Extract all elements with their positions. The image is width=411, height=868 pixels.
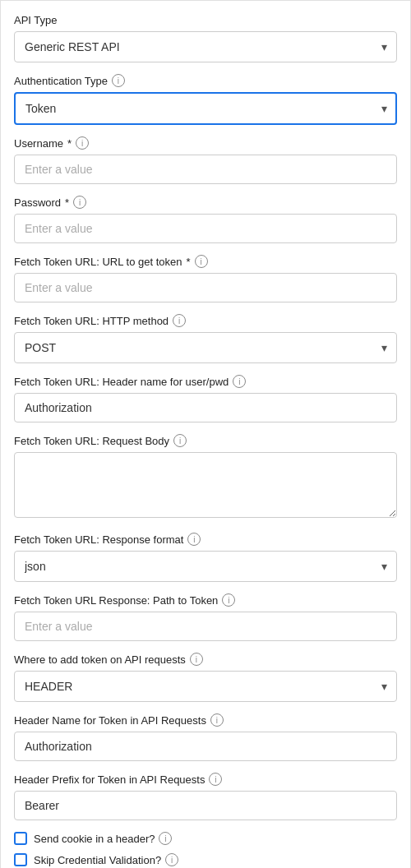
fetch-token-request-body-info-icon[interactable]: i <box>173 434 187 447</box>
fetch-token-response-format-label: Fetch Token URL: Response format i <box>14 533 397 546</box>
password-label: Password * i <box>14 196 397 209</box>
fetch-token-response-format-group: Fetch Token URL: Response format i json … <box>14 533 397 582</box>
fetch-token-header-name-label: Fetch Token URL: Header name for user/pw… <box>14 375 397 388</box>
fetch-token-request-body-group: Fetch Token URL: Request Body i <box>14 434 397 521</box>
username-required: * <box>67 137 72 150</box>
auth-type-select[interactable]: Token <box>14 92 397 125</box>
where-to-add-token-group: Where to add token on API requests i HEA… <box>14 653 397 702</box>
skip-credential-checkbox[interactable] <box>14 853 27 866</box>
send-cookie-row: Send cookie in a header? i <box>14 832 397 845</box>
password-group: Password * i <box>14 196 397 243</box>
header-name-for-token-info-icon[interactable]: i <box>210 713 224 727</box>
where-to-add-token-select[interactable]: HEADER <box>14 671 397 702</box>
api-type-group: API Type Generic REST API ▾ <box>14 14 397 62</box>
fetch-token-response-format-info-icon[interactable]: i <box>187 533 201 546</box>
username-label: Username * i <box>14 136 397 150</box>
fetch-token-header-name-info-icon[interactable]: i <box>233 375 246 388</box>
fetch-token-http-method-select-wrapper: POST ▾ <box>14 332 397 363</box>
fetch-token-response-format-select-wrapper: json ▾ <box>14 551 397 582</box>
fetch-token-http-method-info-icon[interactable]: i <box>173 314 186 327</box>
api-type-select-wrapper: Generic REST API ▾ <box>14 31 397 62</box>
fetch-token-response-path-group: Fetch Token URL Response: Path to Token … <box>14 593 397 641</box>
fetch-token-request-body-label: Fetch Token URL: Request Body i <box>14 434 397 447</box>
where-to-add-token-select-wrapper: HEADER ▾ <box>14 671 397 702</box>
skip-credential-info-icon[interactable]: i <box>165 853 178 866</box>
username-group: Username * i <box>14 136 397 184</box>
fetch-token-response-path-input[interactable] <box>14 612 397 641</box>
send-cookie-checkbox[interactable] <box>14 832 27 845</box>
password-input[interactable] <box>14 214 397 243</box>
where-to-add-token-info-icon[interactable]: i <box>190 653 203 666</box>
auth-type-group: Authentication Type i Token ▾ <box>14 74 397 125</box>
username-info-icon[interactable]: i <box>76 136 89 150</box>
api-type-select[interactable]: Generic REST API <box>14 31 397 62</box>
fetch-token-url-label: Fetch Token URL: URL to get token * i <box>14 255 397 268</box>
header-name-for-token-label: Header Name for Token in API Requests i <box>14 713 397 727</box>
fetch-token-url-required: * <box>187 256 191 268</box>
send-cookie-info-icon[interactable]: i <box>159 832 172 845</box>
skip-credential-label: Skip Credential Validation? i <box>34 853 178 866</box>
form-container: API Type Generic REST API ▾ Authenticati… <box>0 0 411 868</box>
fetch-token-response-format-select[interactable]: json <box>14 551 397 582</box>
header-prefix-for-token-label: Header Prefix for Token in API Requests … <box>14 773 397 786</box>
fetch-token-response-path-info-icon[interactable]: i <box>222 593 235 607</box>
auth-type-label: Authentication Type i <box>14 74 397 87</box>
fetch-token-header-name-input[interactable] <box>14 393 397 422</box>
fetch-token-http-method-label: Fetch Token URL: HTTP method i <box>14 314 397 327</box>
header-prefix-for-token-group: Header Prefix for Token in API Requests … <box>14 773 397 820</box>
fetch-token-http-method-select[interactable]: POST <box>14 332 397 363</box>
password-required: * <box>65 196 69 209</box>
auth-type-info-icon[interactable]: i <box>112 74 125 87</box>
fetch-token-url-info-icon[interactable]: i <box>195 255 208 268</box>
fetch-token-url-group: Fetch Token URL: URL to get token * i <box>14 255 397 302</box>
auth-type-select-wrapper: Token ▾ <box>14 92 397 125</box>
skip-credential-row: Skip Credential Validation? i <box>14 853 397 866</box>
api-type-label: API Type <box>14 14 397 26</box>
header-name-for-token-group: Header Name for Token in API Requests i <box>14 713 397 761</box>
send-cookie-label: Send cookie in a header? i <box>34 832 172 845</box>
fetch-token-response-path-label: Fetch Token URL Response: Path to Token … <box>14 593 397 607</box>
where-to-add-token-label: Where to add token on API requests i <box>14 653 397 666</box>
header-prefix-for-token-input[interactable] <box>14 791 397 820</box>
username-input[interactable] <box>14 155 397 184</box>
fetch-token-request-body-textarea[interactable] <box>14 452 397 518</box>
password-info-icon[interactable]: i <box>73 196 86 209</box>
fetch-token-http-method-group: Fetch Token URL: HTTP method i POST ▾ <box>14 314 397 363</box>
fetch-token-url-input[interactable] <box>14 273 397 302</box>
header-name-for-token-input[interactable] <box>14 732 397 761</box>
header-prefix-for-token-info-icon[interactable]: i <box>209 773 222 786</box>
fetch-token-header-name-group: Fetch Token URL: Header name for user/pw… <box>14 375 397 422</box>
